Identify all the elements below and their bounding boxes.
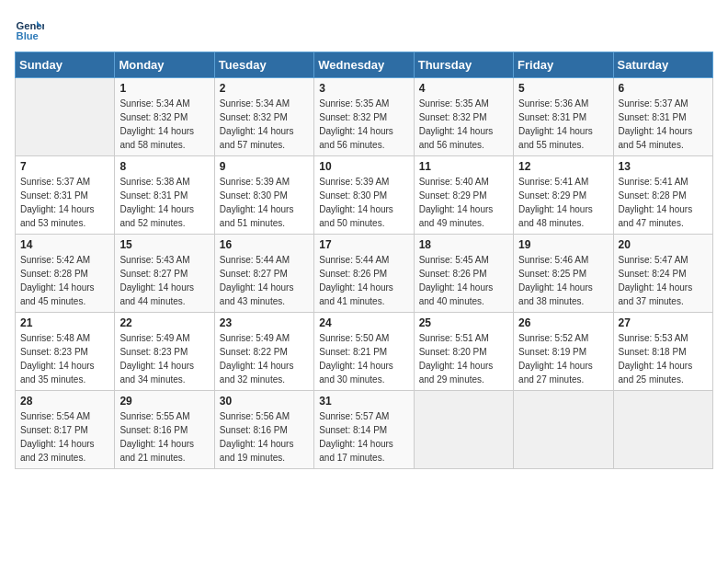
day-info: Sunrise: 5:35 AMSunset: 8:32 PMDaylight:… [319, 97, 408, 152]
day-number: 9 [220, 160, 309, 173]
day-number: 22 [119, 316, 209, 329]
calendar-cell: 7Sunrise: 5:37 AMSunset: 8:31 PMDaylight… [16, 156, 115, 235]
day-info: Sunrise: 5:41 AMSunset: 8:29 PMDaylight:… [518, 175, 608, 230]
day-number: 8 [119, 160, 209, 173]
calendar-cell: 23Sunrise: 5:49 AMSunset: 8:22 PMDayligh… [214, 313, 313, 391]
calendar-cell: 20Sunrise: 5:47 AMSunset: 8:24 PMDayligh… [613, 235, 712, 313]
calendar-cell: 19Sunrise: 5:46 AMSunset: 8:25 PMDayligh… [514, 235, 613, 313]
calendar-body: 1Sunrise: 5:34 AMSunset: 8:32 PMDaylight… [16, 78, 713, 469]
calendar-cell: 25Sunrise: 5:51 AMSunset: 8:20 PMDayligh… [414, 313, 513, 391]
day-number: 1 [119, 82, 209, 95]
day-number: 19 [518, 238, 608, 251]
day-number: 13 [619, 160, 708, 173]
calendar-cell: 28Sunrise: 5:54 AMSunset: 8:17 PMDayligh… [16, 391, 115, 469]
day-number: 27 [619, 316, 708, 329]
calendar-cell: 21Sunrise: 5:48 AMSunset: 8:23 PMDayligh… [16, 313, 115, 391]
calendar-cell [414, 391, 513, 469]
day-info: Sunrise: 5:39 AMSunset: 8:30 PMDaylight:… [319, 175, 408, 230]
day-info: Sunrise: 5:37 AMSunset: 8:31 PMDaylight:… [20, 175, 109, 230]
day-info: Sunrise: 5:54 AMSunset: 8:17 PMDaylight:… [20, 409, 109, 465]
day-number: 17 [319, 238, 408, 251]
header-thursday: Thursday [414, 52, 513, 78]
day-number: 20 [619, 238, 708, 251]
calendar-cell [514, 391, 613, 469]
day-info: Sunrise: 5:44 AMSunset: 8:27 PMDaylight:… [220, 253, 309, 308]
calendar-cell: 29Sunrise: 5:55 AMSunset: 8:16 PMDayligh… [115, 391, 214, 469]
header-saturday: Saturday [613, 52, 712, 78]
day-number: 29 [119, 395, 209, 408]
day-number: 28 [20, 395, 109, 408]
header-friday: Friday [514, 52, 613, 78]
calendar-cell: 24Sunrise: 5:50 AMSunset: 8:21 PMDayligh… [314, 313, 414, 391]
day-number: 23 [220, 316, 309, 329]
calendar-cell [613, 391, 712, 469]
calendar-header-row: SundayMondayTuesdayWednesdayThursdayFrid… [16, 52, 713, 78]
calendar-cell: 3Sunrise: 5:35 AMSunset: 8:32 PMDaylight… [314, 78, 414, 156]
calendar-cell: 22Sunrise: 5:49 AMSunset: 8:23 PMDayligh… [115, 313, 214, 391]
calendar-week-5: 28Sunrise: 5:54 AMSunset: 8:17 PMDayligh… [16, 391, 713, 469]
header-sunday: Sunday [16, 52, 115, 78]
day-info: Sunrise: 5:55 AMSunset: 8:16 PMDaylight:… [119, 409, 209, 465]
day-info: Sunrise: 5:37 AMSunset: 8:31 PMDaylight:… [619, 97, 708, 152]
day-number: 31 [319, 395, 408, 408]
calendar-table: SundayMondayTuesdayWednesdayThursdayFrid… [15, 52, 713, 469]
calendar-cell: 1Sunrise: 5:34 AMSunset: 8:32 PMDaylight… [115, 78, 214, 156]
calendar-cell: 8Sunrise: 5:38 AMSunset: 8:31 PMDaylight… [115, 156, 214, 235]
day-info: Sunrise: 5:43 AMSunset: 8:27 PMDaylight:… [119, 253, 209, 308]
logo: General Blue [15, 15, 48, 44]
calendar-cell: 17Sunrise: 5:44 AMSunset: 8:26 PMDayligh… [314, 235, 414, 313]
calendar-cell: 5Sunrise: 5:36 AMSunset: 8:31 PMDaylight… [514, 78, 613, 156]
calendar-cell [16, 78, 115, 156]
day-info: Sunrise: 5:40 AMSunset: 8:29 PMDaylight:… [419, 175, 508, 230]
day-info: Sunrise: 5:36 AMSunset: 8:31 PMDaylight:… [518, 97, 608, 152]
calendar-cell: 27Sunrise: 5:53 AMSunset: 8:18 PMDayligh… [613, 313, 712, 391]
day-info: Sunrise: 5:39 AMSunset: 8:30 PMDaylight:… [220, 175, 309, 230]
day-number: 12 [518, 160, 608, 173]
calendar-week-1: 1Sunrise: 5:34 AMSunset: 8:32 PMDaylight… [16, 78, 713, 156]
day-info: Sunrise: 5:57 AMSunset: 8:14 PMDaylight:… [319, 409, 408, 465]
svg-text:Blue: Blue [17, 30, 39, 41]
calendar-cell: 4Sunrise: 5:35 AMSunset: 8:32 PMDaylight… [414, 78, 513, 156]
day-info: Sunrise: 5:44 AMSunset: 8:26 PMDaylight:… [319, 253, 408, 308]
day-number: 16 [220, 238, 309, 251]
calendar-cell: 31Sunrise: 5:57 AMSunset: 8:14 PMDayligh… [314, 391, 414, 469]
day-info: Sunrise: 5:53 AMSunset: 8:18 PMDaylight:… [619, 331, 708, 386]
calendar-week-2: 7Sunrise: 5:37 AMSunset: 8:31 PMDaylight… [16, 156, 713, 235]
header-tuesday: Tuesday [214, 52, 313, 78]
calendar-cell: 18Sunrise: 5:45 AMSunset: 8:26 PMDayligh… [414, 235, 513, 313]
day-number: 4 [419, 82, 508, 95]
day-info: Sunrise: 5:56 AMSunset: 8:16 PMDaylight:… [220, 409, 309, 465]
day-info: Sunrise: 5:48 AMSunset: 8:23 PMDaylight:… [20, 331, 109, 386]
day-number: 15 [119, 238, 209, 251]
calendar-cell: 11Sunrise: 5:40 AMSunset: 8:29 PMDayligh… [414, 156, 513, 235]
header-wednesday: Wednesday [314, 52, 414, 78]
calendar-cell: 14Sunrise: 5:42 AMSunset: 8:28 PMDayligh… [16, 235, 115, 313]
day-info: Sunrise: 5:45 AMSunset: 8:26 PMDaylight:… [419, 253, 508, 308]
day-info: Sunrise: 5:51 AMSunset: 8:20 PMDaylight:… [419, 331, 508, 386]
day-number: 2 [220, 82, 309, 95]
day-info: Sunrise: 5:49 AMSunset: 8:23 PMDaylight:… [119, 331, 209, 386]
day-info: Sunrise: 5:34 AMSunset: 8:32 PMDaylight:… [220, 97, 309, 152]
day-info: Sunrise: 5:46 AMSunset: 8:25 PMDaylight:… [518, 253, 608, 308]
day-info: Sunrise: 5:38 AMSunset: 8:31 PMDaylight:… [119, 175, 209, 230]
day-info: Sunrise: 5:50 AMSunset: 8:21 PMDaylight:… [319, 331, 408, 386]
day-number: 3 [319, 82, 408, 95]
day-info: Sunrise: 5:47 AMSunset: 8:24 PMDaylight:… [619, 253, 708, 308]
calendar-cell: 26Sunrise: 5:52 AMSunset: 8:19 PMDayligh… [514, 313, 613, 391]
day-number: 5 [518, 82, 608, 95]
day-info: Sunrise: 5:34 AMSunset: 8:32 PMDaylight:… [119, 97, 209, 152]
header-monday: Monday [115, 52, 214, 78]
calendar-cell: 30Sunrise: 5:56 AMSunset: 8:16 PMDayligh… [214, 391, 313, 469]
day-number: 11 [419, 160, 508, 173]
day-info: Sunrise: 5:35 AMSunset: 8:32 PMDaylight:… [419, 97, 508, 152]
day-info: Sunrise: 5:52 AMSunset: 8:19 PMDaylight:… [518, 331, 608, 386]
day-number: 26 [518, 316, 608, 329]
day-number: 21 [20, 316, 109, 329]
calendar-cell: 12Sunrise: 5:41 AMSunset: 8:29 PMDayligh… [514, 156, 613, 235]
calendar-cell: 9Sunrise: 5:39 AMSunset: 8:30 PMDaylight… [214, 156, 313, 235]
day-number: 10 [319, 160, 408, 173]
calendar-week-3: 14Sunrise: 5:42 AMSunset: 8:28 PMDayligh… [16, 235, 713, 313]
day-info: Sunrise: 5:49 AMSunset: 8:22 PMDaylight:… [220, 331, 309, 386]
day-info: Sunrise: 5:41 AMSunset: 8:28 PMDaylight:… [619, 175, 708, 230]
calendar-week-4: 21Sunrise: 5:48 AMSunset: 8:23 PMDayligh… [16, 313, 713, 391]
